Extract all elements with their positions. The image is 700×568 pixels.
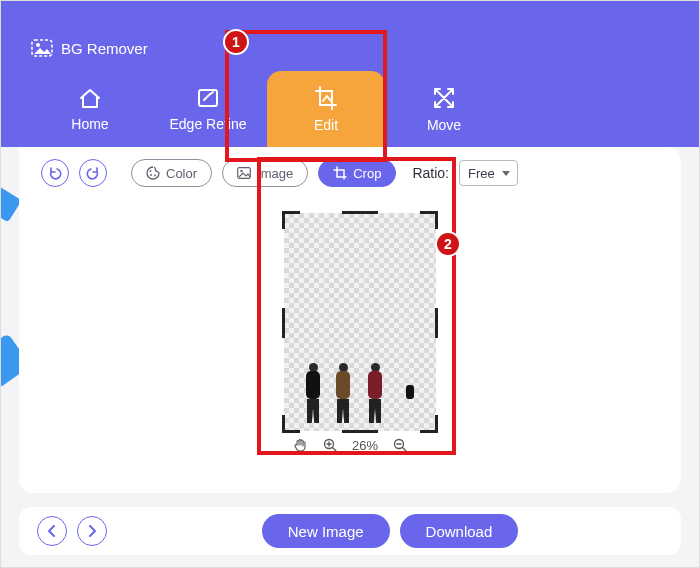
person-silhouette bbox=[406, 385, 414, 399]
svg-point-7 bbox=[240, 170, 242, 172]
tab-bar: Home Edge Refine Edit Move bbox=[31, 71, 669, 147]
palette-icon bbox=[146, 166, 160, 180]
next-button[interactable] bbox=[77, 516, 107, 546]
person-silhouette bbox=[336, 363, 350, 423]
canvas-area: 26% bbox=[19, 199, 681, 457]
tab-edit[interactable]: Edit bbox=[267, 71, 385, 147]
svg-point-1 bbox=[36, 43, 40, 47]
hand-icon bbox=[292, 437, 308, 453]
tab-edge-label: Edge Refine bbox=[169, 116, 246, 132]
crop-label: Crop bbox=[353, 166, 381, 181]
crop-handle-bottom[interactable] bbox=[342, 430, 378, 433]
crop-handle-tr[interactable] bbox=[420, 211, 438, 229]
svg-point-3 bbox=[150, 170, 152, 172]
zoom-in-icon bbox=[322, 437, 338, 453]
undo-icon bbox=[48, 166, 62, 180]
redo-icon bbox=[86, 166, 100, 180]
crop-handle-tl[interactable] bbox=[282, 211, 300, 229]
edit-toolbar: Color Image Crop Ratio: Free bbox=[19, 147, 681, 199]
download-label: Download bbox=[426, 523, 493, 540]
callout-badge-2: 2 bbox=[435, 231, 461, 257]
download-button[interactable]: Download bbox=[400, 514, 519, 548]
ratio-select[interactable]: Free bbox=[459, 160, 518, 186]
crop-button[interactable]: Crop bbox=[318, 159, 396, 187]
prev-button[interactable] bbox=[37, 516, 67, 546]
edit-panel: Color Image Crop Ratio: Free bbox=[19, 147, 681, 493]
move-icon bbox=[431, 85, 457, 111]
tab-home-label: Home bbox=[71, 116, 108, 132]
new-image-button[interactable]: New Image bbox=[262, 514, 390, 548]
zoom-out-button[interactable] bbox=[392, 437, 408, 453]
tab-home[interactable]: Home bbox=[31, 71, 149, 147]
color-label: Color bbox=[166, 166, 197, 181]
svg-point-4 bbox=[150, 174, 152, 176]
tab-move[interactable]: Move bbox=[385, 71, 503, 147]
svg-point-5 bbox=[154, 175, 156, 177]
zoom-bar: 26% bbox=[19, 437, 681, 453]
foreground-subject bbox=[284, 343, 436, 423]
tab-edit-label: Edit bbox=[314, 117, 338, 133]
image-icon bbox=[237, 167, 251, 179]
home-icon bbox=[77, 86, 103, 110]
zoom-out-icon bbox=[392, 437, 408, 453]
person-silhouette bbox=[368, 363, 382, 423]
callout-badge-1: 1 bbox=[223, 29, 249, 55]
zoom-value: 26% bbox=[352, 438, 378, 453]
app-title: BG Remover bbox=[31, 39, 148, 57]
edge-refine-icon bbox=[195, 86, 221, 110]
crop-handle-top[interactable] bbox=[342, 211, 378, 214]
logo-icon bbox=[31, 39, 53, 57]
crop-icon bbox=[333, 166, 347, 180]
image-label: Image bbox=[257, 166, 293, 181]
new-image-label: New Image bbox=[288, 523, 364, 540]
redo-button[interactable] bbox=[79, 159, 107, 187]
color-button[interactable]: Color bbox=[131, 159, 212, 187]
chevron-right-icon bbox=[87, 525, 97, 537]
ratio-value: Free bbox=[468, 166, 495, 181]
crop-frame[interactable] bbox=[284, 213, 436, 431]
tab-move-label: Move bbox=[427, 117, 461, 133]
chevron-left-icon bbox=[47, 525, 57, 537]
image-button[interactable]: Image bbox=[222, 159, 308, 187]
app-title-text: BG Remover bbox=[61, 40, 148, 57]
footer-bar: New Image Download bbox=[19, 507, 681, 555]
ratio-label: Ratio: bbox=[412, 165, 449, 181]
zoom-in-button[interactable] bbox=[322, 437, 338, 453]
undo-button[interactable] bbox=[41, 159, 69, 187]
pan-tool-button[interactable] bbox=[292, 437, 308, 453]
person-silhouette bbox=[306, 363, 320, 423]
crop-handle-left[interactable] bbox=[282, 308, 285, 338]
crop-edit-icon bbox=[312, 85, 340, 111]
app-header: BG Remover Home Edge Refine Edit Move bbox=[1, 1, 699, 147]
svg-rect-2 bbox=[199, 90, 217, 106]
tab-edge-refine[interactable]: Edge Refine bbox=[149, 71, 267, 147]
crop-handle-right[interactable] bbox=[435, 308, 438, 338]
